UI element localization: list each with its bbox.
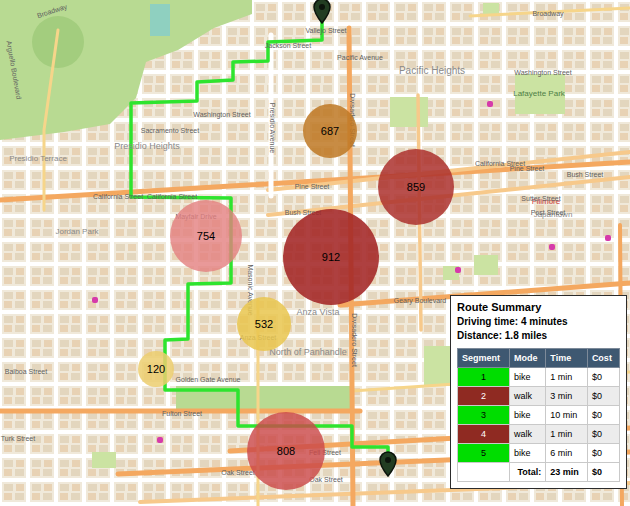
segment-row-1: 1bike1 min$0 (458, 368, 620, 387)
column-header-cost: Cost (587, 349, 619, 368)
time-cell: 1 min (546, 425, 588, 444)
segment-cell: 3 (458, 406, 510, 425)
data-bubble-754[interactable]: 754 (170, 200, 242, 272)
time-cell: 10 min (546, 406, 588, 425)
segment-cell: 5 (458, 444, 510, 463)
segment-cell: 4 (458, 425, 510, 444)
driving-time-text: Driving time: 4 minutes (457, 315, 620, 329)
total-time-cell: 23 min (546, 463, 588, 482)
time-cell: 3 min (546, 387, 588, 406)
data-bubble-120[interactable]: 120 (138, 351, 174, 387)
distance-text: Distance: 1.8 miles (457, 329, 620, 343)
cost-cell: $0 (587, 387, 619, 406)
segment-row-5: 5bike6 min$0 (458, 444, 620, 463)
cost-cell: $0 (587, 444, 619, 463)
total-label-cell: Total: (510, 463, 546, 482)
transit-map-app: Pacific HeightsPresidio HeightsPresidio … (0, 0, 630, 506)
column-header-mode: Mode (510, 349, 546, 368)
segment-row-2: 2walk3 min$0 (458, 387, 620, 406)
cost-cell: $0 (587, 368, 619, 387)
panel-title: Route Summary (457, 301, 620, 313)
time-cell: 1 min (546, 368, 588, 387)
data-bubble-912[interactable]: 912 (283, 209, 379, 305)
column-header-segment: Segment (458, 349, 510, 368)
segments-table: SegmentModeTimeCost 1bike1 min$02walk3 m… (457, 348, 620, 482)
mode-cell: bike (510, 406, 546, 425)
mode-cell: bike (510, 368, 546, 387)
total-cost-cell: $0 (587, 463, 619, 482)
segment-row-4: 4walk1 min$0 (458, 425, 620, 444)
mode-cell: walk (510, 425, 546, 444)
mode-cell: walk (510, 387, 546, 406)
data-bubble-687[interactable]: 687 (303, 104, 357, 158)
total-row: Total:23 min$0 (458, 463, 620, 482)
table-header-row: SegmentModeTimeCost (458, 349, 620, 368)
data-bubble-859[interactable]: 859 (378, 149, 454, 225)
segment-cell: 1 (458, 368, 510, 387)
route-summary-panel: Route Summary Driving time: 4 minutes Di… (450, 295, 627, 489)
total-empty-cell (458, 463, 510, 482)
segment-row-3: 3bike10 min$0 (458, 406, 620, 425)
column-header-time: Time (546, 349, 588, 368)
cost-cell: $0 (587, 425, 619, 444)
time-cell: 6 min (546, 444, 588, 463)
cost-cell: $0 (587, 406, 619, 425)
mode-cell: bike (510, 444, 546, 463)
data-bubble-808[interactable]: 808 (247, 412, 325, 490)
segment-cell: 2 (458, 387, 510, 406)
data-bubble-532[interactable]: 532 (237, 297, 291, 351)
